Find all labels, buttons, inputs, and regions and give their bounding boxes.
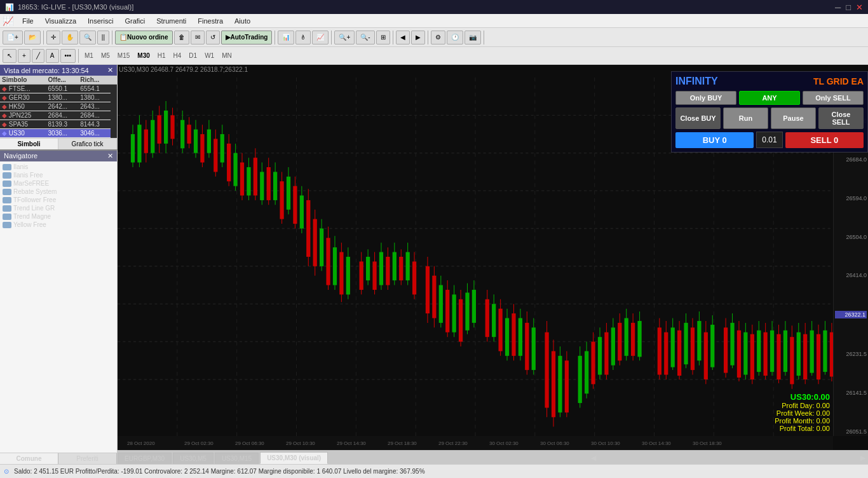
- nav-item-ilanis-free[interactable]: Ilanis Free: [1, 171, 116, 179]
- market-row-hk50[interactable]: ◆ HK50 2642... 2643...: [0, 102, 117, 111]
- profit-total: Profit Total: 0.00: [775, 425, 830, 432]
- toolbar-clock[interactable]: 🕐: [447, 31, 463, 44]
- toolbar-zoom-select[interactable]: 🔍: [79, 31, 96, 44]
- nav-item-trendmagnet[interactable]: Trend Magne: [1, 212, 116, 221]
- toolbar-chart-bar[interactable]: 📊: [278, 31, 294, 44]
- status-bar: ⊙ Saldo: 2 451.15 EUR Profitto/Perdita: …: [0, 464, 868, 478]
- ea-close-sell-button[interactable]: Close SELL: [818, 107, 864, 129]
- toolbar-new-btn[interactable]: 📄+: [3, 31, 23, 44]
- minimize-button[interactable]: ─: [835, 3, 841, 12]
- tf-m5[interactable]: M5: [98, 51, 113, 60]
- nav-item-ilanis[interactable]: Ilanis: [1, 163, 116, 171]
- tf-m30[interactable]: M30: [134, 51, 153, 60]
- tf-h4[interactable]: H4: [170, 51, 185, 60]
- menu-grafici[interactable]: Grafici: [119, 16, 150, 26]
- ea-trade-row: BUY 0 0.01 SELL 0: [675, 132, 864, 148]
- app-body: Vista del mercato: 13:30:54 ✕ Simbolo Of…: [0, 65, 868, 478]
- toolbar-chart-line[interactable]: 📈: [312, 31, 329, 44]
- menu-aiuto[interactable]: Aiuto: [229, 16, 255, 26]
- tf-d1[interactable]: D1: [186, 51, 200, 60]
- app-logo: 📈: [3, 16, 13, 26]
- nav-item-tfollower[interactable]: TFollower Free: [1, 196, 116, 204]
- toolbar-sep-3: [275, 31, 275, 44]
- toolbar-settings[interactable]: ⚙: [431, 31, 445, 44]
- navigator-title: Navigatore: [4, 152, 37, 160]
- tf-mn[interactable]: MN: [219, 51, 235, 60]
- profit-month: Profit Month: 0.00: [775, 417, 830, 425]
- toolbar-crosshair[interactable]: ✛: [46, 31, 60, 44]
- toolbar2-text[interactable]: A: [46, 49, 59, 63]
- tab-simboli[interactable]: Simboli: [0, 139, 58, 149]
- toolbar-delete[interactable]: 🗑: [174, 31, 189, 44]
- toolbar-forward[interactable]: ▶: [411, 31, 425, 44]
- close-button[interactable]: ✕: [856, 3, 863, 12]
- col-scroll[interactable]: [111, 76, 117, 85]
- nav-item-marsefree[interactable]: MarSeFREE: [1, 179, 116, 188]
- toolbar-back[interactable]: ◀: [396, 31, 410, 44]
- tf-m1[interactable]: M1: [81, 51, 97, 60]
- chart-tab-us30-m5[interactable]: US30,M5: [173, 453, 214, 464]
- toolbar-chart-shift[interactable]: ⊞: [376, 31, 390, 44]
- toolbar2-sep-1: [78, 49, 79, 63]
- ea-lot-size[interactable]: 0.01: [756, 132, 782, 148]
- menu-finestra[interactable]: Finestra: [193, 16, 228, 26]
- nav-tab-comune[interactable]: Comune: [0, 453, 58, 464]
- market-row-jpn225[interactable]: ◆ JPN225 2684... 2684...: [0, 111, 117, 120]
- ea-close-buy-button[interactable]: Close BUY: [675, 107, 721, 129]
- menu-file[interactable]: File: [17, 16, 39, 26]
- toolbar-email[interactable]: ✉: [191, 31, 205, 44]
- chart-area[interactable]: US30,M30 26468.7 26479.2 26318.7;26322.1: [118, 65, 868, 450]
- ea-buy-0[interactable]: BUY 0: [675, 132, 754, 148]
- chart-tab-us30-m15[interactable]: US30,M15: [215, 453, 259, 464]
- nav-item-trendline[interactable]: Trend Line GR: [1, 204, 116, 212]
- nav-item-rebate[interactable]: Rebate System: [1, 188, 116, 196]
- ea-pause-button[interactable]: Pause: [771, 107, 816, 129]
- toolbar2-plus[interactable]: +: [18, 49, 31, 63]
- window-controls[interactable]: ─ □ ✕: [835, 3, 863, 12]
- ea-sell-0[interactable]: SELL 0: [785, 132, 864, 148]
- menu-strumenti[interactable]: Strumenti: [151, 16, 191, 26]
- toolbar-hand[interactable]: ✋: [62, 31, 78, 44]
- toolbar-zoom-out[interactable]: 🔍-: [356, 31, 374, 44]
- market-watch-close[interactable]: ✕: [107, 66, 113, 74]
- market-watch-table: Simbolo Offe... Rich... ◆ FTSE... 6550.1…: [0, 76, 117, 138]
- market-row-ftse[interactable]: ◆ FTSE... 6550.1 6554.1: [0, 85, 117, 93]
- nav-item-yellowfree[interactable]: Yellow Free: [1, 221, 116, 229]
- tf-m15[interactable]: M15: [114, 51, 133, 60]
- toolbar-period-sep[interactable]: ||: [97, 31, 109, 44]
- auto-trading-button[interactable]: ▶ AutoTrading: [221, 31, 273, 44]
- chart-tabs: EURGBP,M30 US30,M5 US30,M15 US30,M30 (vi…: [118, 450, 868, 464]
- toolbar-zoom-in[interactable]: 🔍+: [334, 31, 355, 44]
- chart-tab-eurgbp[interactable]: EURGBP,M30: [118, 453, 172, 464]
- toolbar-sep-4: [331, 31, 332, 44]
- new-order-button[interactable]: 📋 Nuovo ordine: [115, 31, 172, 44]
- toolbar-sep-1: [43, 31, 44, 44]
- tf-w1[interactable]: W1: [201, 51, 217, 60]
- chart-tab-us30-m30-visual[interactable]: US30,M30 (visual): [260, 452, 328, 464]
- market-row-spa35[interactable]: ◆ SPA35 8139.3 8144.3: [0, 120, 117, 129]
- toolbar-open-btn[interactable]: 📂: [24, 31, 41, 44]
- toolbar2-more[interactable]: •••: [60, 49, 76, 63]
- menu-inserisci[interactable]: Inserisci: [83, 16, 118, 26]
- ea-run-button[interactable]: Run: [723, 107, 768, 129]
- toolbar-screenshot[interactable]: 📷: [465, 31, 481, 44]
- nav-tab-preferiti[interactable]: Preferiti: [58, 453, 117, 464]
- market-row-us30[interactable]: ◆ US30 3036... 3046...: [0, 129, 117, 138]
- market-row-ger30[interactable]: ◆ GER30 1380... 1380...: [0, 93, 117, 102]
- chart-tab-scroll-left[interactable]: ◀: [588, 452, 599, 464]
- ea-any-button[interactable]: ANY: [739, 91, 800, 105]
- tf-h1[interactable]: H1: [154, 51, 169, 60]
- chart-tab-scroll-right[interactable]: ▶: [858, 452, 868, 464]
- col-symbol: Simbolo: [0, 76, 46, 85]
- toolbar2-line[interactable]: ╱: [32, 49, 44, 63]
- tab-grafico-tick[interactable]: Grafico tick: [58, 139, 117, 149]
- menu-visualizza[interactable]: Visualizza: [40, 16, 81, 26]
- ea-only-buy-button[interactable]: Only BUY: [675, 91, 736, 105]
- toolbar2-cursor[interactable]: ↖: [3, 49, 17, 63]
- toolbar-chart-candle[interactable]: 🕯: [295, 31, 311, 44]
- maximize-button[interactable]: □: [846, 3, 851, 12]
- toolbar-refresh[interactable]: ↺: [206, 31, 220, 44]
- market-watch: Vista del mercato: 13:30:54 ✕ Simbolo Of…: [0, 65, 117, 149]
- navigator-close[interactable]: ✕: [107, 152, 113, 160]
- ea-only-sell-button[interactable]: Only SELL: [803, 91, 864, 105]
